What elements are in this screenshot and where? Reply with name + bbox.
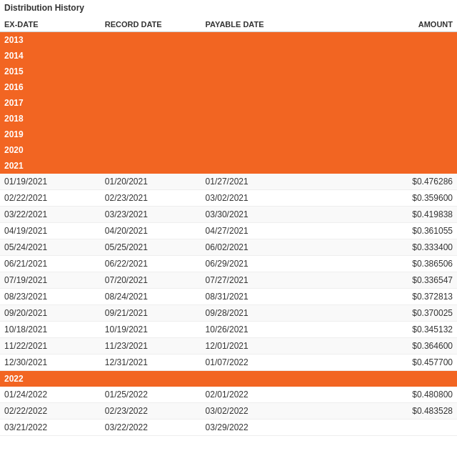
year-row: 2013 [0,32,457,49]
cell-amount: $0.345132 [329,322,457,338]
table-row: 02/22/202202/23/202203/02/2022$0.483528 [0,403,457,420]
table-row: 08/23/202108/24/202108/31/2021$0.372813 [0,289,457,305]
cell-amount: $0.364600 [329,338,457,354]
table-row: 07/19/202107/20/202107/27/2021$0.336547 [0,272,457,289]
cell-exdate: 01/24/2022 [0,387,101,403]
cell-amount: $0.336547 [329,272,457,289]
table-row: 01/19/202101/20/202101/27/2021$0.476286 [0,174,457,190]
table-row: 05/24/202105/25/202106/02/2021$0.333400 [0,239,457,256]
cell-amount: $0.476286 [329,174,457,190]
cell-amount: $0.370025 [329,305,457,322]
cell-recorddate: 04/20/2021 [101,223,201,239]
cell-recorddate: 01/20/2021 [101,174,201,190]
cell-payabledate: 12/01/2021 [201,338,329,354]
cell-amount: $0.483528 [329,403,457,420]
year-row: 2022 [0,371,457,387]
table-row: 12/30/202112/31/202101/07/2022$0.457700 [0,354,457,371]
table-row: 03/21/202203/22/202203/29/2022 [0,420,457,436]
cell-payabledate: 01/27/2021 [201,174,329,190]
cell-recorddate: 12/31/2021 [101,354,201,371]
page-title: Distribution History [0,0,457,17]
cell-payabledate: 06/02/2021 [201,239,329,256]
table-row: 09/20/202109/21/202109/28/2021$0.370025 [0,305,457,322]
cell-amount: $0.361055 [329,223,457,239]
cell-exdate: 11/22/2021 [0,338,101,354]
year-row: 2016 [0,79,457,95]
cell-payabledate: 10/26/2021 [201,322,329,338]
cell-recorddate: 05/25/2021 [101,239,201,256]
year-row: 2014 [0,48,457,64]
table-row: 03/22/202103/23/202103/30/2021$0.419838 [0,207,457,223]
distribution-history-table: EX-DATE RECORD DATE PAYABLE DATE AMOUNT … [0,17,457,436]
cell-exdate: 04/19/2021 [0,223,101,239]
cell-payabledate: 08/31/2021 [201,289,329,305]
cell-amount: $0.333400 [329,239,457,256]
year-row: 2021 [0,158,457,174]
cell-recorddate: 08/24/2021 [101,289,201,305]
cell-exdate: 02/22/2021 [0,190,101,207]
col-header-exdate: EX-DATE [0,17,101,32]
cell-payabledate: 06/29/2021 [201,256,329,272]
cell-recorddate: 02/23/2021 [101,190,201,207]
cell-exdate: 10/18/2021 [0,322,101,338]
cell-exdate: 05/24/2021 [0,239,101,256]
cell-recorddate: 11/23/2021 [101,338,201,354]
cell-exdate: 08/23/2021 [0,289,101,305]
cell-amount: $0.457700 [329,354,457,371]
cell-amount [329,420,457,436]
cell-amount: $0.480800 [329,387,457,403]
cell-recorddate: 09/21/2021 [101,305,201,322]
year-row: 2015 [0,64,457,79]
year-row: 2019 [0,127,457,142]
cell-exdate: 12/30/2021 [0,354,101,371]
year-row: 2018 [0,111,457,127]
table-row: 01/24/202201/25/202202/01/2022$0.480800 [0,387,457,403]
cell-recorddate: 03/23/2021 [101,207,201,223]
cell-recorddate: 07/20/2021 [101,272,201,289]
table-row: 11/22/202111/23/202112/01/2021$0.364600 [0,338,457,354]
table-header: EX-DATE RECORD DATE PAYABLE DATE AMOUNT [0,17,457,32]
cell-amount: $0.372813 [329,289,457,305]
cell-exdate: 07/19/2021 [0,272,101,289]
cell-recorddate: 10/19/2021 [101,322,201,338]
cell-exdate: 01/19/2021 [0,174,101,190]
table-row: 04/19/202104/20/202104/27/2021$0.361055 [0,223,457,239]
year-row: 2020 [0,142,457,158]
cell-recorddate: 02/23/2022 [101,403,201,420]
cell-exdate: 03/22/2021 [0,207,101,223]
cell-payabledate: 03/02/2021 [201,190,329,207]
cell-amount: $0.419838 [329,207,457,223]
cell-payabledate: 09/28/2021 [201,305,329,322]
table-row: 10/18/202110/19/202110/26/2021$0.345132 [0,322,457,338]
cell-recorddate: 06/22/2021 [101,256,201,272]
year-row: 2017 [0,95,457,111]
cell-exdate: 09/20/2021 [0,305,101,322]
cell-amount: $0.359600 [329,190,457,207]
col-header-amount: AMOUNT [329,17,457,32]
table-row: 02/22/202102/23/202103/02/2021$0.359600 [0,190,457,207]
cell-exdate: 06/21/2021 [0,256,101,272]
col-header-payabledate: PAYABLE DATE [201,17,329,32]
cell-payabledate: 03/30/2021 [201,207,329,223]
cell-payabledate: 07/27/2021 [201,272,329,289]
cell-payabledate: 03/02/2022 [201,403,329,420]
cell-payabledate: 02/01/2022 [201,387,329,403]
cell-payabledate: 04/27/2021 [201,223,329,239]
cell-recorddate: 03/22/2022 [101,420,201,436]
cell-amount: $0.386506 [329,256,457,272]
cell-exdate: 02/22/2022 [0,403,101,420]
table-row: 06/21/202106/22/202106/29/2021$0.386506 [0,256,457,272]
cell-recorddate: 01/25/2022 [101,387,201,403]
cell-payabledate: 01/07/2022 [201,354,329,371]
col-header-recorddate: RECORD DATE [101,17,201,32]
cell-exdate: 03/21/2022 [0,420,101,436]
cell-payabledate: 03/29/2022 [201,420,329,436]
